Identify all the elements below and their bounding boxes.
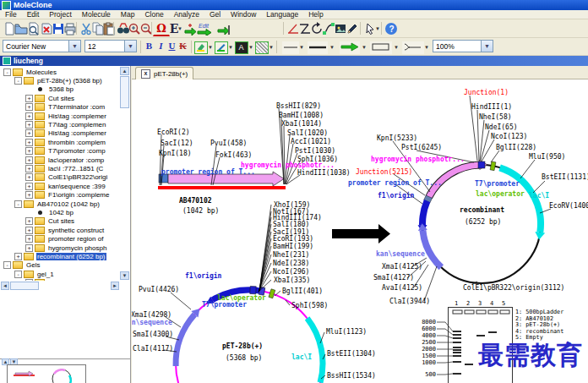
tree-item[interactable]: +recombinant (6252 bp)	[1, 252, 120, 260]
site-label[interactable]: MluI(1123)	[326, 328, 367, 336]
tree-item[interactable]: -Molecules	[1, 68, 120, 76]
tree-item[interactable]: -Gels	[1, 261, 120, 270]
tree-expand-toggle[interactable]: +	[25, 165, 33, 172]
tree-item[interactable]: +synthetic construct	[1, 226, 120, 234]
feature-label-kan[interactable]: kan\sequence	[132, 319, 172, 326]
tree-item[interactable]: +500bpLadder	[1, 278, 120, 281]
edit-sequence-button[interactable]: Edit	[195, 21, 215, 38]
tree-item[interactable]: +hygromycin phosph	[1, 243, 120, 252]
tree-item[interactable]: +promoter region of	[1, 234, 120, 243]
site-label[interactable]: KpnI(5233)	[377, 134, 417, 142]
tree-expand-toggle[interactable]: -	[14, 77, 22, 85]
tree-expand-toggle[interactable]: +	[25, 95, 33, 102]
site-label[interactable]: EcoRV(1400)	[549, 202, 588, 210]
tree-item[interactable]: +lac\operator :comp	[1, 156, 120, 164]
design-canvas[interactable]: EcoRI(2) SacI(12) KpnI(18) PvuI(458) Fok…	[132, 79, 588, 383]
tree-expand-toggle[interactable]: +	[25, 112, 33, 120]
tree-expand-toggle[interactable]: +	[25, 156, 33, 164]
feature-label-f1[interactable]: f1\origin	[185, 272, 221, 280]
chevron-down-icon[interactable]: ▼	[481, 41, 493, 52]
menu-item-language[interactable]: Language	[261, 10, 303, 19]
tree-item[interactable]: +Cut sites	[1, 94, 120, 102]
line-weight-button[interactable]	[308, 41, 328, 54]
scrollbar-left-button[interactable]: ◄	[1, 282, 9, 290]
site-label[interactable]: FokI(463)	[215, 151, 252, 159]
line-color-button[interactable]	[215, 41, 228, 54]
tab-pet28b[interactable]: x pET-28b(+)	[135, 67, 193, 80]
site-label[interactable]: BstEII(1131)	[542, 173, 588, 181]
feature-label-t7-promoter[interactable]: T7\promoter	[475, 180, 520, 188]
bracket-tool-button[interactable]	[402, 41, 424, 54]
tree-expand-toggle[interactable]: +	[25, 191, 33, 199]
site-label[interactable]: AccI(1021)	[291, 138, 331, 145]
site-label[interactable]: EcoRI(193)	[273, 235, 313, 243]
site-label[interactable]: BssHII(829)	[276, 102, 321, 110]
tree-item[interactable]: +T7\tag :complemen	[1, 120, 120, 129]
menu-item-edit[interactable]: Edit	[22, 10, 45, 19]
site-label[interactable]: PvuI(458)	[210, 140, 247, 147]
site-label[interactable]: NcoI(296)	[273, 268, 309, 276]
site-label[interactable]: SmaI(4300)	[133, 331, 173, 338]
site-label[interactable]: SphI(598)	[291, 302, 328, 309]
tree-expand-toggle[interactable]: +	[25, 235, 33, 243]
tree-expand-toggle[interactable]: +	[14, 253, 22, 260]
help-button[interactable]: ?	[384, 21, 400, 38]
tree-item[interactable]: 1042 bp	[1, 208, 120, 216]
tree-expand-toggle[interactable]: +	[25, 227, 33, 234]
scrollbar-up-button[interactable]: ▲	[120, 67, 129, 75]
chevron-down-icon[interactable]: ▼	[124, 41, 136, 52]
tree-expand-toggle[interactable]: +	[25, 103, 33, 111]
font-size-combo[interactable]: 12▼	[84, 40, 137, 52]
site-label[interactable]: BamHI(199)	[273, 243, 313, 250]
feature-label-lac-operator[interactable]: lac\operator	[476, 190, 525, 198]
site-label[interactable]: PstI(6245)	[401, 144, 442, 151]
close-tab-icon[interactable]: x	[141, 69, 150, 79]
font-name-combo[interactable]: Courier New▼	[3, 40, 81, 52]
menu-item-window[interactable]: Window	[226, 10, 261, 19]
menu-item-molecule[interactable]: Molecule	[77, 10, 116, 19]
site-label[interactable]: KpnI(18)	[159, 150, 192, 157]
tree-expand-toggle[interactable]: +	[25, 129, 33, 137]
chevron-down-icon[interactable]: ▼	[68, 41, 80, 52]
site-label[interactable]: ColE1\pBR322\origin(3112)	[463, 284, 564, 292]
feature-label-hygromycin[interactable]: hygromycin phosphotr...	[371, 156, 465, 163]
tree-expand-toggle[interactable]: +	[25, 244, 33, 252]
site-label[interactable]: NdeI(238)	[273, 260, 309, 267]
site-label[interactable]: BssHII(1534)	[327, 372, 376, 380]
feature-label-promoter[interactable]: promoter region of T...	[348, 179, 442, 187]
export-sequence-button[interactable]	[216, 21, 233, 38]
tree-item[interactable]: +F1\origin :compleme	[1, 190, 120, 199]
feature-label-f1[interactable]: f1\origin	[378, 192, 414, 200]
site-label[interactable]: ClaI(4117)	[133, 345, 173, 353]
menu-item-help[interactable]: Help	[303, 10, 328, 19]
overview-thumbnail[interactable]	[7, 364, 86, 383]
scrollbar-right-button[interactable]: ►	[111, 282, 119, 290]
feature-label-laci[interactable]: lac\I	[529, 192, 549, 200]
feature-label-t7-promoter[interactable]: T7\promoter	[202, 301, 247, 309]
site-label[interactable]: XmaI(4298)	[132, 311, 172, 319]
tree-expand-toggle[interactable]: -	[3, 261, 11, 269]
arrow-style-button[interactable]	[340, 41, 360, 54]
feature-label-kan[interactable]: kan\sequence	[376, 250, 425, 258]
tree-expand-toggle[interactable]: +	[25, 279, 33, 281]
menu-item-project[interactable]: Project	[44, 10, 76, 19]
strikethrough-button[interactable]: K	[177, 41, 188, 53]
tree-item[interactable]: -AB470102 (1042 bp)	[1, 200, 120, 208]
tree-item[interactable]: +thrombin :complem	[1, 138, 120, 146]
feature-label-hygromycin[interactable]: hygromycin phosphotr...	[241, 161, 335, 169]
site-label[interactable]: PvuI(4426)	[139, 286, 179, 293]
tree-expand-toggle[interactable]: -	[14, 271, 22, 278]
line-style-button[interactable]	[282, 41, 299, 54]
feature-label-promoter[interactable]: promoter region of T...	[161, 168, 255, 176]
junction-label[interactable]: Junction(1)	[464, 89, 509, 96]
tree-expand-toggle[interactable]: +	[25, 121, 33, 129]
font-color-button[interactable]: A	[235, 41, 248, 54]
tree-expand-toggle[interactable]: +	[25, 147, 33, 155]
site-label[interactable]: NheI(58)	[479, 113, 512, 121]
site-label[interactable]: BamHI(1008)	[279, 112, 324, 119]
tree-item[interactable]: +T7\terminator :com	[1, 103, 120, 112]
site-label[interactable]: XbaI(1014)	[281, 120, 322, 128]
site-label[interactable]: EcoRI(2)	[157, 129, 190, 136]
site-label[interactable]: SalI(180)	[273, 221, 309, 228]
tree-expand-toggle[interactable]: +	[25, 139, 33, 146]
